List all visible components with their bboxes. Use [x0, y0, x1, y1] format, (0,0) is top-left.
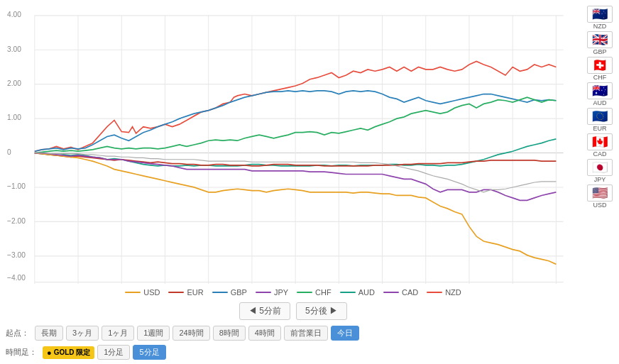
- svg-text:−4.00: −4.00: [7, 273, 26, 282]
- nzd-flag: 🇳🇿: [587, 6, 613, 23]
- svg-text:4.00: 4.00: [7, 10, 21, 19]
- legend-chf: CHF: [297, 288, 332, 297]
- period-label: 起点：: [6, 328, 29, 338]
- period-8h[interactable]: 8時間: [213, 326, 246, 341]
- svg-text:−1.00: −1.00: [7, 182, 26, 191]
- timeframe-row: 時間足： ● GOLD 限定 1分足 5分足: [6, 345, 581, 360]
- gbp-flag: 🇬🇧: [587, 31, 613, 48]
- usd-legend-label: USD: [143, 288, 160, 297]
- aud-legend-label: AUD: [358, 288, 375, 297]
- flag-nzd[interactable]: 🇳🇿 NZD: [584, 6, 616, 30]
- gbp-flag-label: GBP: [593, 48, 606, 55]
- aud-flag-label: AUD: [593, 99, 606, 106]
- period-24h[interactable]: 24時間: [172, 326, 209, 341]
- flag-eur[interactable]: 🇪🇺 EUR: [584, 108, 616, 132]
- svg-text:3.00: 3.00: [7, 44, 21, 53]
- chf-legend-label: CHF: [315, 288, 332, 297]
- svg-text:0: 0: [7, 147, 11, 156]
- cad-legend-line: [383, 292, 399, 293]
- sidebar-flags: 🇳🇿 NZD 🇬🇧 GBP 🇨🇭 CHF 🇦🇺 AUD 🇪🇺 EUR 🇨🇦 CA…: [581, 0, 619, 364]
- legend-aud: AUD: [340, 288, 375, 297]
- eur-flag: 🇪🇺: [587, 108, 613, 125]
- chart-wrapper: 4.00 3.00 2.00 1.00 0 −1.00 −2.00 −3.00 …: [6, 6, 578, 284]
- nzd-legend-label: NZD: [445, 288, 461, 297]
- legend-jpy: JPY: [256, 288, 288, 297]
- svg-text:−2.00: −2.00: [7, 216, 26, 225]
- flag-chf[interactable]: 🇨🇭 CHF: [584, 57, 616, 81]
- timeframe-label: 時間足：: [6, 347, 37, 358]
- nzd-flag-label: NZD: [593, 23, 607, 30]
- legend-nzd: NZD: [427, 288, 461, 297]
- legend-gbp: GBP: [212, 288, 247, 297]
- aud-flag: 🇦🇺: [587, 82, 613, 99]
- svg-text:−3.00: −3.00: [7, 250, 26, 260]
- chart-area: 4.00 3.00 2.00 1.00 0 −1.00 −2.00 −3.00 …: [0, 0, 581, 364]
- aud-legend-line: [340, 292, 356, 293]
- gold-badge-label: GOLD 限定: [54, 348, 91, 358]
- period-4h[interactable]: 4時間: [248, 326, 281, 341]
- cad-flag: 🇨🇦: [587, 133, 613, 150]
- eur-flag-label: EUR: [593, 125, 606, 132]
- jpy-flag: 🇯🇵: [587, 159, 613, 176]
- eur-legend-label: EUR: [187, 288, 203, 297]
- usd-flag-label: USD: [593, 202, 606, 209]
- tf-5min[interactable]: 5分足: [133, 345, 165, 360]
- svg-text:2.00: 2.00: [7, 78, 21, 87]
- flag-jpy[interactable]: 🇯🇵 JPY: [584, 159, 616, 183]
- chf-flag-label: CHF: [593, 74, 607, 81]
- period-prev-day[interactable]: 前営業日: [284, 326, 328, 341]
- legend-row: USD EUR GBP JPY CHF AUD: [6, 284, 581, 299]
- main-container: 4.00 3.00 2.00 1.00 0 −1.00 −2.00 −3.00 …: [0, 0, 619, 364]
- controls-row: 起点： 長期 3ヶ月 1ヶ月 1週間 24時間 8時間 4時間 前営業日 今日 …: [6, 323, 581, 364]
- usd-flag: 🇺🇸: [587, 184, 613, 202]
- period-1m[interactable]: 1ヶ月: [102, 326, 134, 341]
- next-button[interactable]: 5分後 ▶: [296, 302, 347, 320]
- legend-eur: EUR: [168, 288, 203, 297]
- period-longterm[interactable]: 長期: [35, 326, 63, 341]
- period-today[interactable]: 今日: [331, 326, 359, 341]
- chf-legend-line: [297, 292, 312, 293]
- legend-cad: CAD: [383, 288, 418, 297]
- gbp-legend-label: GBP: [231, 288, 247, 297]
- period-1w[interactable]: 1週間: [137, 326, 170, 341]
- flag-cad[interactable]: 🇨🇦 CAD: [584, 133, 616, 158]
- jpy-legend-line: [256, 292, 271, 293]
- usd-legend-line: [125, 292, 141, 293]
- cad-legend-label: CAD: [402, 288, 418, 297]
- legend-usd: USD: [125, 288, 160, 297]
- chart-svg: 4.00 3.00 2.00 1.00 0 −1.00 −2.00 −3.00 …: [6, 6, 578, 284]
- flag-usd[interactable]: 🇺🇸 USD: [584, 184, 616, 209]
- prev-button[interactable]: ◀ 5分前: [239, 302, 290, 320]
- gold-badge: ● GOLD 限定: [43, 346, 94, 359]
- tf-1min[interactable]: 1分足: [97, 345, 130, 360]
- flag-gbp[interactable]: 🇬🇧 GBP: [584, 31, 616, 55]
- chf-flag: 🇨🇭: [587, 57, 613, 74]
- nav-row: ◀ 5分前 5分後 ▶: [6, 299, 581, 323]
- flag-aud[interactable]: 🇦🇺 AUD: [584, 82, 616, 106]
- nzd-legend-line: [427, 292, 442, 293]
- gbp-legend-line: [212, 292, 228, 293]
- eur-legend-line: [168, 292, 184, 293]
- period-row: 起点： 長期 3ヶ月 1ヶ月 1週間 24時間 8時間 4時間 前営業日 今日: [6, 326, 581, 341]
- cad-flag-label: CAD: [593, 150, 606, 158]
- jpy-legend-label: JPY: [274, 288, 288, 297]
- svg-text:1.00: 1.00: [7, 113, 21, 122]
- jpy-flag-label: JPY: [594, 176, 606, 183]
- period-3m[interactable]: 3ヶ月: [66, 326, 99, 341]
